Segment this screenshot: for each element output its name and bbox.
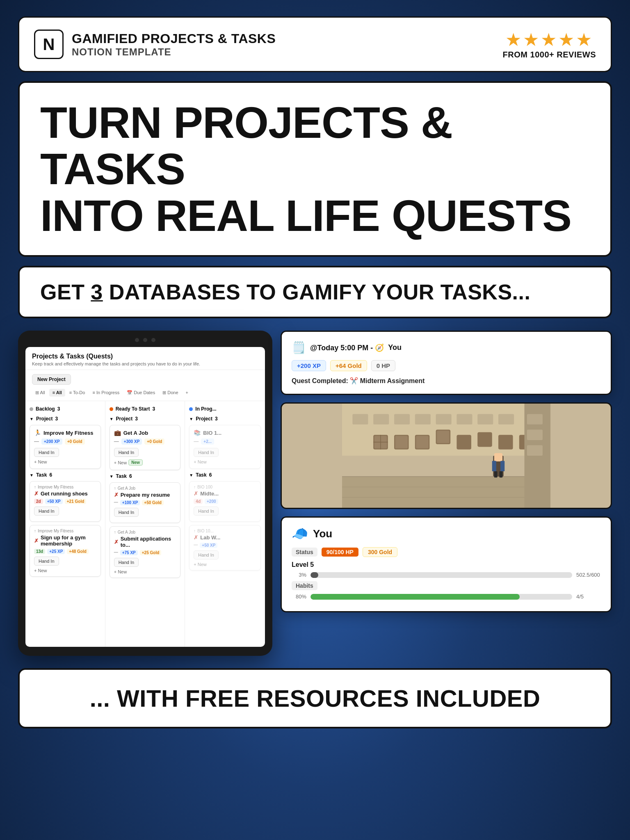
new-project-button[interactable]: New Project	[32, 374, 71, 385]
ready-dot	[110, 407, 113, 411]
task-parent-shoes: ↑ Improve My Fitness	[34, 485, 96, 489]
task-parent-resume: ↑ Get A Job	[114, 486, 176, 491]
task-stats-gym: 13d +25 XP +48 Gold	[34, 549, 96, 554]
header-title: GAMIFIED PROJECTS & TASKS	[72, 31, 276, 46]
tablet-title: Projects & Tasks (Quests)	[32, 353, 258, 360]
job-icon: 💼	[114, 429, 121, 436]
page-wrapper: N GAMIFIED PROJECTS & TASKS NOTION TEMPL…	[0, 0, 630, 745]
habits-val: 4/5	[576, 593, 601, 600]
svg-rect-9	[415, 414, 431, 425]
backlog-dot	[30, 407, 33, 411]
notif-you: You	[388, 343, 402, 352]
xp-pct: 3%	[292, 572, 306, 578]
svg-rect-10	[436, 414, 452, 425]
task-card-gym[interactable]: ↑ Improve My Fitness ✗ Sign up for a gym…	[30, 525, 101, 577]
tab-due-dates[interactable]: 📅 Due Dates	[123, 389, 158, 397]
new-link-submit[interactable]: + New	[114, 569, 176, 574]
notif-time: @Today 5:00 PM - 🧭	[310, 343, 384, 352]
hero-card: TURN PROJECTS & TASKS INTO REAL LIFE QUE…	[18, 81, 612, 257]
svg-rect-31	[500, 461, 504, 471]
habits-pct: 80%	[292, 593, 306, 600]
svg-rect-25	[477, 432, 492, 447]
notif-gold: +64 Gold	[330, 360, 367, 371]
tablet-tabs: ⊞ All ≡ All ≡ To-Do ≡ In Progress 📅 Due …	[25, 389, 265, 401]
tab-add[interactable]: +	[183, 389, 192, 397]
task-card-submit[interactable]: ↑ Get A Job ✗ Submit applications to... …	[110, 526, 181, 578]
game-screen	[281, 402, 612, 509]
habits-label: Habits	[292, 581, 317, 590]
notif-quest: Quest Completed: ✂️ Midterm Assignment	[292, 377, 601, 385]
char-gold: 300 Gold	[363, 547, 397, 557]
subtitle-text: GET 3 DATABASES TO GAMIFY YOUR TASKS...	[40, 280, 590, 304]
board-col-backlog: Backlog 3 ▼ Project 3 🏃 Improv	[25, 401, 105, 647]
svg-rect-24	[457, 435, 471, 450]
tab-done[interactable]: ⊞ Done	[159, 389, 181, 397]
subtitle-card: GET 3 DATABASES TO GAMIFY YOUR TASKS...	[18, 266, 612, 318]
hand-in-btn-shoes[interactable]: Hand In	[34, 507, 59, 516]
new-link-gym[interactable]: + New	[34, 568, 96, 573]
notif-xp: +200 XP	[292, 360, 326, 371]
task-card-shoes[interactable]: ↑ Improve My Fitness ✗ Get running shoes…	[30, 481, 101, 522]
triangle-task-icon: ▼	[30, 473, 34, 477]
hand-in-btn-job[interactable]: Hand In	[114, 448, 139, 457]
notif-icon: 🗒️	[292, 341, 306, 354]
xp-val: 502.5/600	[576, 572, 601, 578]
task-section-job: ▼ Task 6	[110, 473, 181, 479]
kanban-card-job[interactable]: 💼 Get A Job — +300 XP +0 Gold Hand In + …	[110, 425, 181, 470]
fitness-icon: 🏃	[34, 429, 41, 436]
tablet-description: Keep track and effectively manage the ta…	[32, 361, 258, 366]
svg-rect-6	[352, 414, 368, 425]
card-title-fitness: 🏃 Improve My Fitness	[34, 429, 96, 436]
new-link-inprog: + New	[194, 459, 256, 464]
board-col-ready: Ready To Start 3 ▼ Project 3 💼	[105, 401, 185, 647]
card-stats-fitness: — +200 XP +0 Gold	[34, 438, 96, 445]
tablet-camera-bar	[25, 338, 265, 342]
tablet-mockup: Projects & Tasks (Quests) Keep track and…	[18, 331, 272, 656]
task-card-resume[interactable]: ↑ Get A Job ✗ Prepare my resume — +100 X…	[110, 482, 181, 523]
hand-in-btn-submit[interactable]: Hand In	[114, 558, 139, 567]
habits-bar-bg	[310, 594, 572, 600]
tab-all-grid[interactable]: ⊞ All	[32, 389, 48, 397]
svg-rect-35	[527, 414, 543, 425]
kanban-card-fitness[interactable]: 🏃 Improve My Fitness — +200 XP +0 Gold H…	[30, 425, 101, 469]
board-col-inprog: In Prog... ▼ Project 3 📚 BIO 1...	[185, 401, 265, 647]
main-content: Projects & Tasks (Quests) Keep track and…	[18, 331, 612, 656]
habits-bar-fill	[310, 594, 520, 600]
tab-in-progress[interactable]: ≡ In Progress	[89, 389, 123, 397]
inprog-card-title: 📚 BIO 1...	[194, 429, 256, 436]
camera-dot-1	[135, 338, 139, 342]
hand-in-btn-gym[interactable]: Hand In	[34, 557, 59, 566]
tablet-board: Backlog 3 ▼ Project 3 🏃 Improv	[25, 401, 265, 647]
tab-all-list[interactable]: ≡ All	[49, 389, 65, 397]
notif-header: 🗒️ @Today 5:00 PM - 🧭 You	[292, 341, 601, 354]
svg-rect-7	[373, 414, 389, 425]
new-link-job[interactable]: + New New	[114, 459, 176, 466]
inprog-task-section: ▼ Task 6	[189, 472, 261, 478]
svg-rect-32	[494, 471, 498, 477]
tab-todo[interactable]: ≡ To-Do	[66, 389, 89, 397]
kanban-card-inprog: 📚 BIO 1... — +2... Hand In + New	[189, 425, 261, 469]
camera-dot-2	[143, 338, 147, 342]
bottom-text: ... WITH FREE RESOURCES INCLUDED	[40, 685, 590, 712]
project-section-fitness: ▼ Project 3	[30, 416, 101, 422]
svg-rect-13	[498, 414, 514, 425]
task-title-submit: ✗ Submit applications to...	[114, 536, 176, 548]
task-stats-submit: — +75 XP +25 Gold	[114, 550, 176, 555]
hand-in-btn-fitness[interactable]: Hand In	[34, 448, 59, 457]
char-icon: 🧢	[292, 526, 308, 541]
new-link-fitness[interactable]: + New	[34, 459, 96, 464]
task-parent-gym: ↑ Improve My Fitness	[34, 529, 96, 533]
char-hp: 90/100 HP	[322, 548, 358, 557]
hero-title: TURN PROJECTS & TASKS INTO REAL LIFE QUE…	[40, 99, 590, 239]
header-subtitle: NOTION TEMPLATE	[72, 46, 276, 58]
hand-in-btn-resume[interactable]: Hand In	[114, 508, 139, 517]
svg-rect-12	[477, 414, 493, 425]
camera-dot-3	[151, 338, 155, 342]
project-section-job: ▼ Project 3	[110, 416, 181, 422]
header-card: N GAMIFIED PROJECTS & TASKS NOTION TEMPL…	[18, 16, 612, 72]
char-name: You	[313, 527, 332, 540]
status-label: Status	[292, 548, 317, 557]
task-stats-resume: — +100 XP +50 Gold	[114, 500, 176, 505]
col-header-ready: Ready To Start 3	[110, 406, 181, 412]
header-right: ★★★★★ FROM 1000+ REVIEWS	[503, 29, 596, 59]
